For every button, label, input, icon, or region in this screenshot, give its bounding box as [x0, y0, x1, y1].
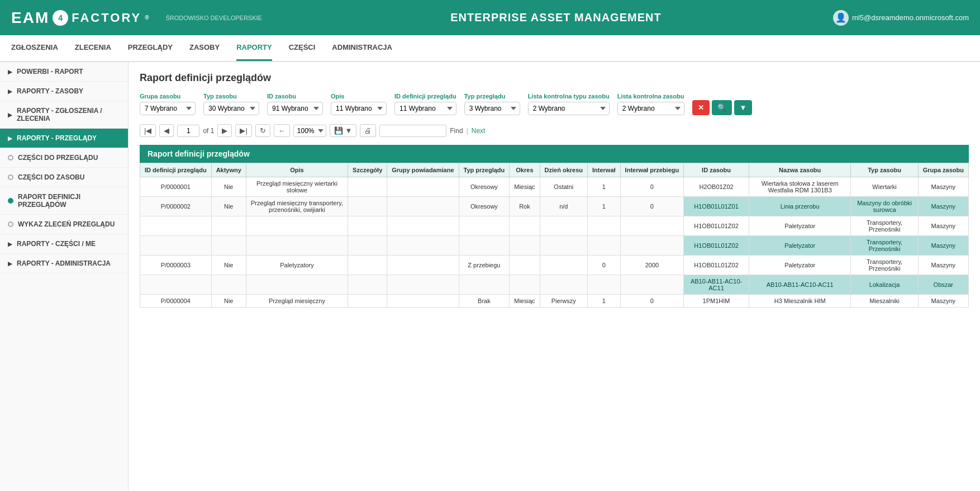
chevron-right-icon: ▶: [8, 112, 12, 118]
logo-circle-icon: 4: [53, 10, 68, 26]
table-row: P/0000001NiePrzegląd miesięczny wiertark…: [140, 177, 969, 197]
sidebar-item-label: CZĘŚCI DO ZASOBU: [18, 173, 84, 181]
page-number-input[interactable]: [177, 125, 199, 137]
nav-raporty[interactable]: RAPORTY: [236, 35, 272, 61]
sidebar-item-raporty-zgloszenia[interactable]: ▶ RAPORTY - ZGŁOSZENIA / ZLECENIA: [0, 101, 128, 129]
sidebar-item-raporty-przeglady[interactable]: ▶ RAPORTY - PRZEGLĄDY: [0, 129, 128, 148]
filter-select-typ-zasobu[interactable]: 30 Wybrano: [203, 102, 259, 115]
chevron-right-icon: ▶: [8, 69, 12, 75]
col-interwal-przebiegu: Interwał przebiegu: [620, 163, 684, 177]
sidebar-item-czesci-do-przegladu[interactable]: CZĘŚCI DO PRZEGLĄDU: [0, 148, 128, 168]
filter-id-zasobu: ID zasobu 91 Wybrano: [267, 93, 323, 115]
sidebar-item-label: RAPORT DEFINICJI PRZEGLĄDÓW: [18, 193, 120, 209]
find-next-link[interactable]: Next: [472, 127, 486, 135]
filter-select-id-definicji[interactable]: 11 Wybrano: [394, 102, 456, 115]
sidebar-item-raporty-administracja[interactable]: ▶ RAPORTY - ADMINISTRACJA: [0, 254, 128, 273]
filter-label-id-definicji: ID definicji przeglądu: [394, 93, 456, 100]
main-content: Raport definicji przeglądów Grupa zasobu…: [129, 62, 980, 491]
col-grupy: Grupy powiadamiane: [387, 163, 459, 177]
filter-label-opis: Opis: [331, 93, 387, 100]
chevron-right-icon: ▶: [8, 241, 12, 247]
filter-select-opis[interactable]: 11 Wybrano: [331, 102, 387, 115]
sidebar: ▶ POWERBI - RAPORT ▶ RAPORTY - ZASOBY ▶ …: [0, 62, 129, 491]
nav-zasoby[interactable]: ZASOBY: [189, 35, 220, 61]
nav-administracja[interactable]: ADMINISTRACJA: [332, 35, 392, 61]
filter-select-grupa[interactable]: 7 Wybrano: [140, 102, 196, 115]
print-button[interactable]: 🖨: [360, 124, 376, 137]
user-email: ml5@dsreamdemo.onmicrosoft.com: [852, 13, 969, 22]
logo: EAM 4 FACTORY ®: [11, 9, 149, 27]
col-dzien: Dzień okresu: [540, 163, 587, 177]
zoom-select[interactable]: 50% 75% 100% 125% 150% 200%: [293, 125, 326, 137]
nav-zgloszenia[interactable]: ZGŁOSZENIA: [11, 35, 58, 61]
col-interwal: Interwał: [588, 163, 621, 177]
nav-czesci[interactable]: CZĘŚCI: [289, 35, 316, 61]
filter-label-grupa: Grupa zasobu: [140, 93, 196, 100]
layout: ▶ POWERBI - RAPORT ▶ RAPORTY - ZASOBY ▶ …: [0, 62, 980, 491]
clear-filter-button[interactable]: ✕: [692, 100, 710, 115]
col-opis: Opis: [246, 163, 348, 177]
filter-select-lista-typ[interactable]: 2 Wybrano: [528, 102, 610, 115]
user-info: 👤 ml5@dsreamdemo.onmicrosoft.com: [833, 10, 969, 26]
filter-opis: Opis 11 Wybrano: [331, 93, 387, 115]
logo-reg: ®: [145, 15, 149, 21]
filter-row: Grupa zasobu 7 Wybrano Typ zasobu 30 Wyb…: [140, 93, 969, 115]
nav-przeglady[interactable]: PRZEGLĄDY: [128, 35, 173, 61]
toolbar: |◀ ◀ of 1 ▶ ▶| ↻ ← 50% 75% 100% 125% 150…: [140, 122, 969, 139]
filter-label-id-zasobu: ID zasobu: [267, 93, 323, 100]
col-szczegoly: Szczegóły: [348, 163, 387, 177]
filter-options-button[interactable]: ▼: [734, 100, 753, 115]
filter-typ-przegladu: Typ przeglądu 3 Wybrano: [464, 93, 520, 115]
page-title: Raport definicji przeglądów: [140, 72, 969, 84]
sidebar-item-czesci-do-zasobu[interactable]: CZĘŚCI DO ZASOBU: [0, 168, 128, 187]
sidebar-item-raport-definicji[interactable]: RAPORT DEFINICJI PRZEGLĄDÓW: [0, 187, 128, 215]
filter-select-id-zasobu[interactable]: 91 Wybrano: [267, 102, 323, 115]
back-button[interactable]: ←: [274, 124, 290, 137]
col-grupa-zasobu: Grupa zasobu: [918, 163, 968, 177]
sidebar-item-label: RAPORTY - ADMINISTRACJA: [17, 259, 111, 267]
filter-select-lista-zasobu[interactable]: 2 Wybrano: [617, 102, 684, 115]
search-button[interactable]: 🔍: [712, 100, 732, 115]
col-nazwa-zasobu: Nazwa zasobu: [749, 163, 851, 177]
dot-icon: [8, 174, 13, 180]
sidebar-item-label: RAPORTY - ZGŁOSZENIA / ZLECENIA: [17, 107, 120, 122]
logo-eam: EAM: [11, 9, 49, 27]
sidebar-item-label: POWERBI - RAPORT: [17, 68, 83, 75]
first-page-button[interactable]: |◀: [140, 124, 156, 137]
dot-icon: [8, 221, 13, 227]
sidebar-item-label: RAPORTY - ZASOBY: [17, 87, 83, 95]
table-row: P/0000003NiePaletyzatoryZ przebiegu02000…: [140, 256, 969, 275]
col-id-zasobu: ID zasobu: [684, 163, 749, 177]
sidebar-item-raporty-czesci[interactable]: ▶ RAPORTY - CZĘŚCI / ME: [0, 234, 128, 254]
filter-label-lista-typ: Lista kontrolna typu zasobu: [528, 93, 610, 100]
chevron-right-icon: ▶: [8, 88, 12, 95]
sidebar-item-wykaz-zlecen[interactable]: WYKAZ ZLECEŃ PRZEGLĄDU: [0, 215, 128, 234]
sidebar-item-label: RAPORTY - CZĘŚCI / ME: [17, 240, 96, 248]
filter-buttons: ✕ 🔍 ▼: [692, 100, 753, 115]
filter-label-typ-przegladu: Typ przeglądu: [464, 93, 520, 100]
sidebar-item-powerbi[interactable]: ▶ POWERBI - RAPORT: [0, 62, 128, 82]
filter-select-typ-przegladu[interactable]: 3 Wybrano: [464, 102, 520, 115]
logo-factory: FACTORY: [72, 11, 141, 25]
filter-label-lista-zasobu: Lista kontrolna zasobu: [617, 93, 684, 100]
refresh-button[interactable]: ↻: [255, 124, 270, 137]
find-label: Find: [450, 127, 463, 135]
save-button[interactable]: 💾 ▼: [330, 124, 356, 137]
prev-page-button[interactable]: ◀: [159, 124, 174, 137]
chevron-right-icon: ▶: [8, 261, 12, 267]
page-of-label: of 1: [203, 127, 214, 135]
find-input[interactable]: [379, 125, 446, 137]
app-title: ENTERPRISE ASSET MANAGEMENT: [279, 11, 833, 24]
next-page-button[interactable]: ▶: [217, 124, 232, 137]
header: EAM 4 FACTORY ® ŚRODOWISKO DEVELOPERSKIE…: [0, 0, 980, 35]
nav-zlecenia[interactable]: ZLECENIA: [75, 35, 111, 61]
sidebar-item-raporty-zasoby[interactable]: ▶ RAPORTY - ZASOBY: [0, 82, 128, 101]
filter-label-typ-zasobu: Typ zasobu: [203, 93, 259, 100]
filter-typ-zasobu: Typ zasobu 30 Wybrano: [203, 93, 259, 115]
last-page-button[interactable]: ▶|: [235, 124, 251, 137]
dot-icon: [8, 155, 13, 160]
dot-filled-icon: [8, 198, 13, 204]
col-aktywny: Aktywny: [211, 163, 246, 177]
report-header: Raport definicji przeglądów: [140, 145, 969, 163]
table-row: H1OB01L01Z02PaletyzatorTransportery, Prz…: [140, 216, 969, 236]
